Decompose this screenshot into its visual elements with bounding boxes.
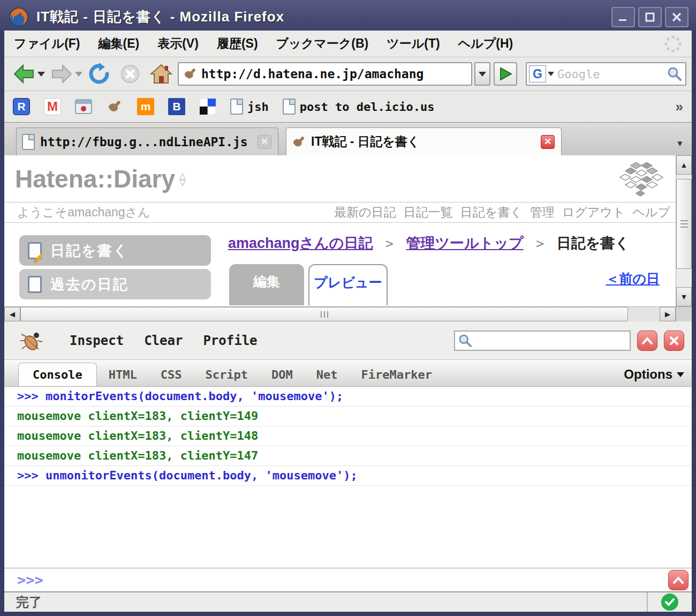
stop-button[interactable] [120,64,140,84]
firebug-icon[interactable] [20,329,44,352]
bookmark-hatena-icon[interactable] [106,98,123,115]
breadcrumb-admin-tools-link[interactable]: 管理ツールトップ [406,235,523,251]
sidebar-write-diary-button[interactable]: 日記を書く [19,235,211,266]
tab-close-icon[interactable]: ✕ [541,135,555,149]
firebug-tab-dom[interactable]: DOM [260,363,305,386]
all-tabs-dropdown-icon[interactable]: ▼ [672,135,687,151]
scrollbar-corner [676,307,692,321]
diary-admin-body: 日記を書く 過去の日記 amachangさんの日記 ＞ 管理ツールトップ ＞ 日… [4,223,676,305]
tab-close-icon[interactable]: ✕ [258,135,271,149]
horizontal-scrollbar[interactable]: ◀ ▶ [4,306,692,321]
url-dropdown-button[interactable] [474,62,490,86]
title-bar: IT戦記 - 日記を書く - Mozilla Firefox [0,0,696,31]
firebug-status-panel[interactable] [647,592,692,612]
bookmark-r-icon[interactable]: R [13,98,30,115]
maximize-button[interactable] [638,7,662,27]
firebug-toolbar: Inspect Clear Profile [4,321,692,360]
url-input[interactable] [201,67,469,81]
scroll-up-icon[interactable]: ▲ [676,155,692,175]
reload-button[interactable] [88,63,110,85]
menu-view[interactable]: 表示(V) [157,35,199,52]
scroll-down-icon[interactable]: ▼ [676,287,692,306]
tab-firebug-commandline[interactable]: http://fbug.g...ndLineAPI.js ✕ [16,127,278,155]
firebug-tab-net[interactable]: Net [305,363,350,386]
tab-it-senki[interactable]: IT戦記 - 日記を書く ✕ [286,127,562,155]
firebug-tab-css[interactable]: CSS [149,363,194,386]
firebug-console-log: >>> monitorEvents(document.body, 'mousem… [4,387,692,568]
firebug-tab-script[interactable]: Script [193,363,259,386]
firebug-minimize-button[interactable] [637,330,657,351]
url-bar[interactable] [178,62,472,86]
bookmark-gmail-icon[interactable]: M [44,98,61,115]
link-write-diary[interactable]: 日記を書く [460,204,523,221]
command-prompt: >>> [17,572,43,588]
notepad-icon [28,276,42,293]
firebug-command-line[interactable]: >>> [4,568,692,591]
firebug-search-input[interactable] [474,334,626,347]
status-text: 完了 [4,592,647,612]
sidebar-past-diary-button[interactable]: 過去の日記 [19,269,211,299]
commandline-expand-button[interactable] [668,570,689,590]
scroll-left-icon[interactable]: ◀ [4,307,20,321]
window-title: IT戦記 - 日記を書く - Mozilla Firefox [36,7,608,26]
menu-bookmarks[interactable]: ブックマーク(B) [276,35,369,52]
tab-preview[interactable]: プレビュー [308,264,388,305]
link-logout[interactable]: ログアウト [562,204,625,221]
search-icon[interactable] [667,66,682,81]
forward-button[interactable] [50,64,73,84]
hatena-diary-logo[interactable]: Hatena::Diary [15,164,175,193]
page-content: Hatena::Diary △▽ ようこそamach [4,155,692,306]
bookmark-hatebu-icon[interactable]: B [168,98,185,115]
profile-button[interactable]: Profile [203,333,257,348]
vertical-scrollbar[interactable]: ▲ ▼ [676,155,692,306]
vertical-scroll-thumb[interactable] [676,179,692,269]
back-button[interactable] [13,64,35,84]
back-dropdown-icon[interactable] [37,72,45,77]
firebug-close-button[interactable] [664,330,684,351]
inspect-button[interactable]: Inspect [70,333,124,348]
close-button[interactable] [665,7,689,27]
console-log-row[interactable]: mousemove clientX=183, clientY=149 [4,407,692,426]
console-log-row[interactable]: mousemove clientX=183, clientY=147 [4,446,692,466]
search-engine-icon[interactable]: G [529,65,546,82]
search-bar[interactable]: G [526,62,686,86]
minimize-button[interactable] [611,7,635,27]
firebug-options-menu[interactable]: Options [624,367,684,386]
bookmark-mixi-icon[interactable]: m [137,98,154,115]
bookmark-delicious-icon[interactable] [199,98,216,115]
firebug-tab-html[interactable]: HTML [97,363,149,386]
menu-help[interactable]: ヘルプ(H) [458,35,513,52]
firebug-tab-firemarker[interactable]: FireMarker [349,363,443,386]
horizontal-scroll-thumb[interactable] [20,307,628,321]
menu-history[interactable]: 履歴(S) [217,35,258,52]
console-command-row[interactable]: >>> monitorEvents(document.body, 'mousem… [4,387,692,407]
bookmarks-overflow-chevron[interactable]: » [676,99,683,115]
link-diary-list[interactable]: 日記一覧 [404,204,453,221]
console-command-row[interactable]: >>> unmonitorEvents(document.body, 'mous… [4,466,692,486]
go-button[interactable] [494,62,517,86]
menu-file[interactable]: ファイル(F) [14,35,80,52]
menu-edit[interactable]: 編集(E) [99,35,140,52]
firefox-window: IT戦記 - 日記を書く - Mozilla Firefox ファイル(F) 編… [0,0,696,616]
breadcrumb-current: 日記を書く [557,235,630,251]
forward-dropdown-icon[interactable] [75,72,82,77]
home-button[interactable] [150,63,172,85]
menu-tools[interactable]: ツール(T) [387,35,440,52]
search-engine-dropdown-icon[interactable] [548,72,554,76]
breadcrumb-user-diary-link[interactable]: amachangさんの日記 [228,235,373,251]
firefox-icon [9,7,29,27]
bookmark-photo-icon[interactable] [75,98,92,115]
scroll-right-icon[interactable]: ▶ [660,307,676,321]
firebug-tab-console[interactable]: Console [18,363,97,386]
link-help[interactable]: ヘルプ [632,204,670,221]
clear-button[interactable]: Clear [144,333,183,348]
tab-edit[interactable]: 編集 [229,264,304,305]
firebug-search-box[interactable] [454,330,631,351]
link-admin[interactable]: 管理 [530,204,555,221]
bookmark-jsh[interactable]: jsh [230,99,269,115]
search-input[interactable] [557,67,667,81]
console-log-row[interactable]: mousemove clientX=183, clientY=148 [4,426,692,446]
previous-day-link[interactable]: ＜前の日 [606,270,660,288]
bookmark-post-to-delicious[interactable]: post to del.icio.us [283,99,435,115]
link-latest-diary[interactable]: 最新の日記 [334,204,396,221]
